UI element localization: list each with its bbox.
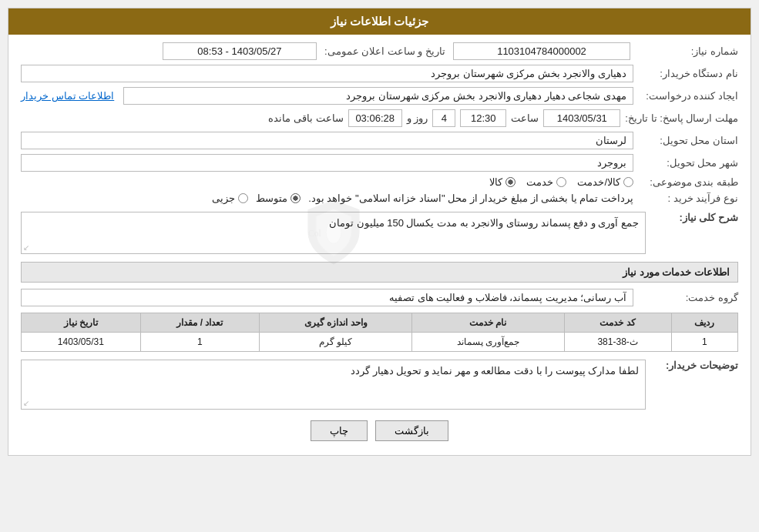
- deadline-date-value: 1403/05/31: [543, 109, 620, 127]
- button-row: بازگشت چاپ: [21, 420, 738, 441]
- print-button[interactable]: چاپ: [311, 420, 368, 441]
- table-cell-0-4: 1: [140, 333, 260, 352]
- category-option-kala-khadmat[interactable]: کالا/خدمت: [577, 176, 633, 188]
- buyer-notes-label: توضیحات خریدار:: [653, 360, 738, 371]
- city-value: بروجرد: [21, 154, 633, 172]
- process-option-medium[interactable]: متوسط: [256, 192, 301, 204]
- services-table: ردیف کد خدمت نام خدمت واحد اندازه گیری ت…: [21, 313, 738, 352]
- deadline-days-label: روز و: [407, 112, 428, 124]
- resize-handle: ↙: [23, 243, 29, 252]
- buyer-org-value: دهیاری والانجرد بخش مرکزی شهرستان بروجرد: [21, 65, 633, 82]
- col-header-row: ردیف: [671, 313, 737, 333]
- process-option-partial[interactable]: جزیی: [212, 192, 248, 204]
- back-button[interactable]: بازگشت: [375, 420, 448, 441]
- province-value: لرستان: [21, 132, 633, 149]
- city-label: شهر محل تحویل:: [638, 157, 738, 169]
- col-header-unit: واحد اندازه گیری: [260, 313, 412, 333]
- requester-label: ایجاد کننده درخواست:: [638, 90, 738, 102]
- province-label: استان محل تحویل:: [638, 135, 738, 146]
- col-header-date: تاریخ نیاز: [22, 313, 141, 333]
- table-cell-0-1: ث-38-381: [564, 333, 671, 352]
- deadline-days-value: 4: [432, 109, 455, 127]
- deadline-time-label: ساعت: [511, 112, 539, 124]
- buyer-org-label: نام دستگاه خریدار:: [638, 68, 738, 79]
- process-radio-group: پرداخت تمام یا بخشی از مبلغ خریدار از مح…: [212, 192, 633, 204]
- category-label-kala-khadmat: کالا/خدمت: [577, 176, 620, 188]
- announce-date-value: 1403/05/27 - 08:53: [163, 42, 317, 60]
- table-cell-0-3: کیلو گرم: [260, 333, 412, 352]
- description-value: جمع آوری و دفع پسماند روستای والانجرد به…: [329, 217, 639, 229]
- process-label-medium: متوسط: [256, 192, 287, 204]
- category-label: طبقه بندی موضوعی:: [638, 176, 738, 188]
- deadline-label: مهلت ارسال پاسخ: تا تاریخ:: [625, 112, 738, 124]
- service-group-value: آب رسانی؛ مدیریت پسماند، فاضلاب و فعالیت…: [21, 289, 633, 306]
- process-radio-partial: [238, 193, 248, 203]
- category-radio-group: کالا/خدمت خدمت کالا: [489, 176, 633, 188]
- need-number-value: 1103104784000002: [453, 42, 630, 60]
- service-group-label: گروه خدمت:: [638, 292, 738, 303]
- process-option-note[interactable]: پرداخت تمام یا بخشی از مبلغ خریدار از مح…: [308, 192, 633, 204]
- buyer-notes-value: لطفا مدارک پیوست را با دقت مطالعه و مهر …: [351, 365, 639, 376]
- announce-date-label: تاریخ و ساعت اعلان عمومی:: [324, 45, 445, 57]
- category-radio-kala-khadmat: [623, 177, 633, 187]
- col-header-name: نام خدمت: [412, 313, 564, 333]
- table-cell-0-5: 1403/05/31: [22, 333, 141, 352]
- category-option-kala[interactable]: کالا: [489, 176, 516, 188]
- table-cell-0-2: جمع‌آوری پسماند: [412, 333, 564, 352]
- deadline-remaining-label: ساعت باقی مانده: [268, 112, 343, 124]
- process-label-note: پرداخت تمام یا بخشی از مبلغ خریدار از مح…: [308, 192, 633, 204]
- resize-handle-notes: ↙: [23, 399, 29, 407]
- page-header: جزئیات اطلاعات نیاز: [8, 8, 751, 35]
- col-header-code: کد خدمت: [564, 313, 671, 333]
- description-section-label: شرح کلی نیاز:: [653, 212, 738, 223]
- category-label-khadmat: خدمت: [526, 176, 553, 188]
- deadline-time-value: 12:30: [460, 109, 506, 127]
- need-number-label: شماره نیاز:: [638, 45, 738, 57]
- category-radio-kala: [505, 177, 516, 187]
- table-cell-0-0: 1: [671, 333, 737, 352]
- requester-value: مهدی شجاعی دهیار دهیاری والانجرد بخش مرک…: [123, 87, 633, 105]
- col-header-qty: تعداد / مقدار: [140, 313, 260, 333]
- deadline-remaining-value: 03:06:28: [348, 109, 402, 127]
- process-label-partial: جزیی: [212, 192, 235, 204]
- services-section-title: اطلاعات خدمات مورد نیاز: [21, 262, 738, 283]
- category-radio-khadmat: [556, 177, 566, 187]
- process-radio-medium: [291, 193, 301, 203]
- table-row: 1ث-38-381جمع‌آوری پسماندکیلو گرم11403/05…: [22, 333, 738, 352]
- category-option-khadmat[interactable]: خدمت: [526, 176, 566, 188]
- category-label-kala: کالا: [489, 176, 502, 188]
- svg-text:Col: Col: [308, 229, 321, 238]
- process-label: نوع فرآیند خرید :: [638, 192, 738, 204]
- contact-info-link[interactable]: اطلاعات تماس خریدار: [21, 90, 114, 102]
